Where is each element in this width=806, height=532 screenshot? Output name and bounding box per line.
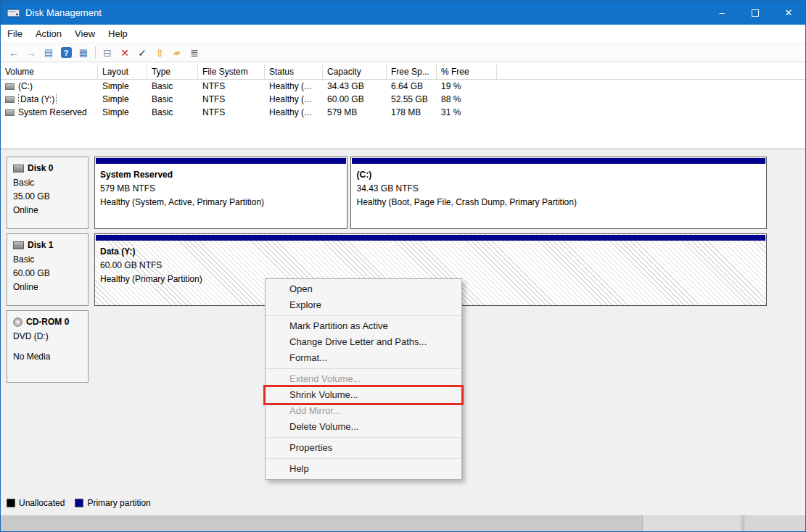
volume-name: (C:) [18,81,33,91]
disk-kind: Basic [13,254,83,265]
menu-item-change-drive-letter[interactable]: Change Drive Letter and Paths... [266,334,461,350]
col-layout[interactable]: Layout [98,65,147,79]
menu-separator [266,368,461,369]
titlebar: Disk Management – ✕ [1,1,805,25]
cell-type: Basic [147,107,198,117]
partition-size: 60.00 GB NTFS [100,260,765,270]
minimize-icon: – [719,7,724,18]
cdrom-icon [13,317,22,327]
status-strip-segment [744,515,805,531]
col-capacity[interactable]: Capacity [323,65,387,79]
partition-name: System Reserved [100,170,345,180]
legend: Unallocated Primary partition [7,498,799,510]
col-type[interactable]: Type [147,65,198,79]
legend-unallocated: Unallocated [7,498,65,508]
partition-status: Healthy (System, Active, Primary Partiti… [100,197,345,207]
legend-primary-label: Primary partition [87,498,150,508]
menu-item-help[interactable]: Help [266,461,461,477]
cdrom0-info[interactable]: CD-ROM 0 DVD (D:) No Media [7,310,89,383]
help-glyph: ? [61,47,72,58]
context-menu: Open Explore Mark Partition as Active Ch… [265,278,462,480]
primary-partition-bar [96,235,765,241]
menu-item-delete-volume[interactable]: Delete Volume... [266,419,461,435]
check-document-icon[interactable]: ✓ [133,45,151,60]
disk-size: 60.00 GB [13,268,83,278]
disk-icon [13,241,24,249]
disk-status: Online [13,282,83,292]
cell-layout: Simple [98,94,147,104]
partition-name: Data (Y:) [100,246,765,257]
menu-item-mark-partition-active[interactable]: Mark Partition as Active [266,318,461,334]
app-icon [7,8,20,18]
menu-item-shrink-volume[interactable]: Shrink Volume... [266,387,461,403]
col-file-system[interactable]: File System [198,65,265,79]
minimize-button[interactable]: – [705,1,739,25]
volume-list-pane: Volume Layout Type File System Status Ca… [1,62,805,149]
partition-size: 34.43 GB NTFS [356,183,765,194]
cell-free-space: 52.55 GB [387,94,437,104]
table-row-system-reserved[interactable]: System Reserved Simple Basic NTFS Health… [1,106,805,119]
partition-size: 579 MB NTFS [100,183,345,194]
menu-item-properties[interactable]: Properties [266,440,461,456]
cell-pct-free: 88 % [437,94,497,104]
cell-layout: Simple [98,81,147,91]
partition-system-reserved[interactable]: System Reserved 579 MB NTFS Healthy (Sys… [94,157,348,229]
disk1-info[interactable]: Disk 1 Basic 60.00 GB Online [7,233,89,306]
cell-type: Basic [147,81,198,91]
col-free-space[interactable]: Free Sp... [387,65,437,79]
cell-capacity: 579 MB [323,107,387,117]
menu-item-extend-volume: Extend Volume... [266,371,461,387]
cell-capacity: 34.43 GB [323,81,387,91]
menu-item-format[interactable]: Format... [266,350,461,366]
cell-type: Basic [147,94,198,104]
rescan-icon[interactable]: ⇧ [151,45,168,60]
console-window-icon[interactable]: ▦ [75,45,92,60]
partition-c[interactable]: (C:) 34.43 GB NTFS Healthy (Boot, Page F… [350,157,767,229]
col-status[interactable]: Status [265,65,323,79]
menu-item-open[interactable]: Open [266,281,461,297]
cell-file-system: NTFS [198,94,265,104]
maximize-button[interactable] [739,1,772,25]
primary-partition-bar [96,158,346,164]
disk0-graph: System Reserved 579 MB NTFS Healthy (Sys… [94,157,767,229]
cell-status: Healthy (... [265,107,323,117]
cell-file-system: NTFS [198,81,265,91]
folder-icon[interactable]: ▰ [168,45,186,60]
forward-icon[interactable]: → [22,45,40,60]
cell-status: Healthy (... [265,81,323,91]
col-volume[interactable]: Volume [1,65,98,79]
cell-pct-free: 19 % [437,81,497,91]
toolbar-separator [95,46,96,59]
disk-size: 35.00 GB [13,191,83,201]
partition-status: Healthy (Boot, Page File, Crash Dump, Pr… [356,197,765,207]
menu-action[interactable]: Action [29,25,68,43]
cell-pct-free: 31 % [437,107,497,117]
col-pct-free[interactable]: % Free [437,65,497,79]
disk-name: Disk 1 [28,240,53,250]
close-button[interactable]: ✕ [772,1,805,25]
delete-icon[interactable]: ✕ [116,45,133,60]
up-level-icon[interactable]: ⊟ [99,45,116,60]
menu-separator [266,437,461,438]
menu-item-add-mirror: Add Mirror... [266,403,461,419]
help-icon[interactable]: ? [57,45,75,60]
menu-file[interactable]: File [1,25,29,43]
back-icon[interactable]: ← [5,45,22,60]
table-row-data-y[interactable]: Data (Y:) Simple Basic NTFS Healthy (...… [1,93,805,106]
disk-kind: Basic [13,178,83,188]
console-tree-icon[interactable]: ▤ [40,45,57,60]
volume-name: System Reserved [18,107,87,117]
window-controls: – ✕ [705,1,805,25]
cell-free-space: 178 MB [387,107,437,117]
list-icon[interactable]: ≣ [186,45,203,60]
menu-view[interactable]: View [68,25,102,43]
disk0-info[interactable]: Disk 0 Basic 35.00 GB Online [7,157,89,229]
cell-file-system: NTFS [198,107,265,117]
status-strip [1,515,805,531]
close-icon: ✕ [785,7,793,18]
table-row-c[interactable]: (C:) Simple Basic NTFS Healthy (... 34.4… [1,80,805,93]
menu-help[interactable]: Help [102,25,134,43]
disk-icon [13,165,24,173]
disk-kind: DVD (D:) [13,331,83,341]
menu-item-explore[interactable]: Explore [266,297,461,313]
